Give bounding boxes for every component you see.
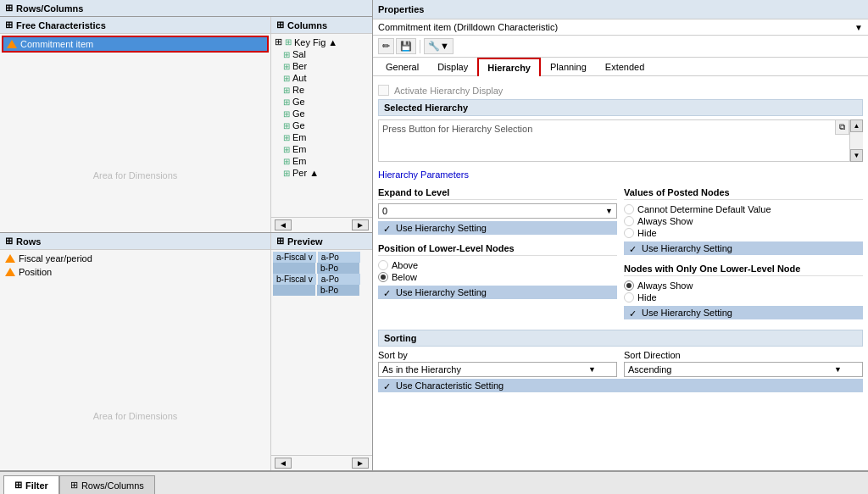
sort-direction-dropdown[interactable]: Ascending ▼ <box>624 362 863 377</box>
properties-dropdown-arrow[interactable]: ▼ <box>854 23 863 32</box>
sort-direction-col: Sort Direction Ascending ▼ <box>624 350 863 377</box>
toolbar-save-btn[interactable]: 💾 <box>396 38 416 54</box>
bottom-tab-filter[interactable]: ⊞ Filter <box>3 475 59 494</box>
preview-row-2: b-Fiscal v a-Po <box>273 274 370 285</box>
preview-scroll-left[interactable]: ◄ <box>275 458 292 469</box>
position-lower-nodes-section: Position of Lower-Level Nodes Above Belo… <box>378 241 617 299</box>
fiscal-icon <box>5 254 15 263</box>
nodes-hide-option[interactable]: Hide <box>624 291 863 303</box>
sorting-section-label: Sorting <box>378 330 863 347</box>
tab-display[interactable]: Display <box>428 58 477 76</box>
properties-header: Properties <box>373 0 868 19</box>
filter-icon: ⊞ <box>14 480 22 491</box>
tree-per-label: Per ▲ <box>292 168 319 178</box>
values-use-checkbox[interactable]: ✓ <box>629 244 638 253</box>
tree-em2-label: Em <box>292 144 307 154</box>
expand-level-select[interactable]: 0 ▼ <box>378 203 617 219</box>
properties-title: Properties <box>378 4 424 14</box>
tree-ge1-label: Ge <box>292 97 305 107</box>
values-always-radio[interactable] <box>624 216 634 226</box>
nodes-use-checkbox[interactable]: ✓ <box>629 308 638 318</box>
grid-icon-ber: ⊞ <box>283 62 290 71</box>
nodes-always-show-option[interactable]: Always Show <box>624 280 863 291</box>
tree-aut-label: Aut <box>292 73 307 83</box>
use-char-setting: ✓ Use Characteristic Setting <box>378 379 863 392</box>
commitment-item-icon <box>7 40 17 48</box>
commitment-item-label: Commitment item <box>20 39 93 49</box>
tab-general[interactable]: General <box>376 58 428 76</box>
nodes-always-radio[interactable] <box>624 280 634 291</box>
tree-item-ber: ⊞ Ber <box>273 60 370 72</box>
preview-scroll-right[interactable]: ► <box>352 458 369 469</box>
preview-row-1: b-Po <box>273 263 370 274</box>
values-cannot-determine-option[interactable]: Cannot Determine Default Value <box>624 203 863 215</box>
grid-icon-ge1: ⊞ <box>283 97 290 107</box>
toolbar-edit-btn[interactable]: ✏ <box>378 38 394 54</box>
values-hide-option[interactable]: Hide <box>624 227 863 239</box>
hierarchy-params-link[interactable]: Hierarchy Parameters <box>378 167 863 182</box>
position-lower-title: Position of Lower-Level Nodes <box>378 241 617 256</box>
rows-label: Rows <box>16 236 41 247</box>
tree-ge2-label: Ge <box>292 108 305 119</box>
expand-use-label: Use Hierarchy Setting <box>396 223 487 233</box>
tabs-row: General Display Hierarchy Planning Exten… <box>373 58 868 76</box>
scroll-right[interactable]: ► <box>352 219 369 230</box>
bottom-tab-rows-columns[interactable]: ⊞ Rows/Columns <box>59 475 155 494</box>
values-use-hierarchy: ✓ Use Hierarchy Setting <box>624 241 863 255</box>
params-grid: Expand to Level 0 ▼ ✓ Use Hierarchy Sett… <box>378 182 863 323</box>
selected-hierarchy-section: Selected Hierarchy <box>378 99 863 116</box>
rows-columns-header: ⊞ Rows/Columns <box>0 0 372 17</box>
left-params-col: Expand to Level 0 ▼ ✓ Use Hierarchy Sett… <box>378 186 617 319</box>
copy-button[interactable]: ⧉ <box>835 119 849 135</box>
nodes-hide-radio[interactable] <box>624 292 634 303</box>
values-hide-radio[interactable] <box>624 228 634 238</box>
tab-hierarchy[interactable]: Hierarchy <box>477 58 541 76</box>
tree-item-ge3: ⊞ Ge <box>273 119 370 131</box>
position-label: Position <box>19 267 52 277</box>
tree-item-sal: ⊞ Sal <box>273 48 370 60</box>
scroll-left[interactable]: ◄ <box>275 219 292 230</box>
free-chars-header: ⊞ Free Characteristics <box>0 17 270 34</box>
activate-hierarchy-row: Activate Hierarchy Display <box>378 81 863 99</box>
sort-direction-arrow: ▼ <box>834 365 842 374</box>
position-above-radio[interactable] <box>378 260 388 270</box>
tab-planning[interactable]: Planning <box>541 58 596 76</box>
columns-header: ⊞ Columns <box>271 17 372 34</box>
use-char-checkbox[interactable]: ✓ <box>383 381 392 391</box>
activate-hierarchy-checkbox[interactable] <box>378 85 389 96</box>
values-always-show-option[interactable]: Always Show <box>624 215 863 227</box>
tree-item-ge2: ⊞ Ge <box>273 108 370 119</box>
rows-preview-panel: ⊞ Rows Fiscal year/period Position <box>0 233 372 470</box>
sort-by-col: Sort by As in the Hierarchy ▼ <box>378 350 617 377</box>
position-below-radio[interactable] <box>378 272 388 282</box>
position-use-checkbox[interactable]: ✓ <box>383 288 392 297</box>
position-below-option[interactable]: Below <box>378 271 617 283</box>
nodes-use-hierarchy: ✓ Use Hierarchy Setting <box>624 306 863 319</box>
commitment-item-row[interactable]: Commitment item <box>2 36 269 53</box>
expand-use-checkbox[interactable]: ✓ <box>383 224 392 233</box>
expand-to-level-title: Expand to Level <box>378 186 617 200</box>
preview-cell-1-1: b-Po <box>317 263 359 274</box>
sort-by-dropdown[interactable]: As in the Hierarchy ▼ <box>378 362 617 377</box>
preview-cell-3-1: b-Po <box>317 285 359 296</box>
toolbar-settings-btn[interactable]: 🔧▼ <box>424 38 453 54</box>
free-chars-body: Commitment item <box>0 34 270 118</box>
activate-hierarchy-label: Activate Hierarchy Display <box>394 86 503 96</box>
values-cannot-radio[interactable] <box>624 204 634 214</box>
scrollbar-down[interactable]: ▼ <box>850 149 863 162</box>
expand-to-level-section: Expand to Level 0 ▼ ✓ Use Hierarchy Sett… <box>378 186 617 235</box>
toolbar-divider <box>420 40 420 53</box>
right-panel: Properties Commitment item (Drilldown Ch… <box>373 0 868 470</box>
tab-extended[interactable]: Extended <box>596 58 654 76</box>
scrollbar-up[interactable]: ▲ <box>850 119 863 132</box>
left-panel: ⊞ Rows/Columns ⊞ Free Characteristics Co… <box>0 0 373 470</box>
tree-item-re: ⊞ Re <box>273 84 370 96</box>
tree-em1-label: Em <box>292 132 307 142</box>
grid-icon-aut: ⊞ <box>283 74 290 83</box>
position-above-option[interactable]: Above <box>378 259 617 271</box>
grid-icon-em2: ⊞ <box>283 145 290 154</box>
free-chars-icon: ⊞ <box>5 19 13 31</box>
position-icon <box>5 268 15 276</box>
sorting-row: Sort by As in the Hierarchy ▼ Sort Direc… <box>378 350 863 377</box>
preview-scroll-arrows: ◄ ► <box>271 455 372 470</box>
